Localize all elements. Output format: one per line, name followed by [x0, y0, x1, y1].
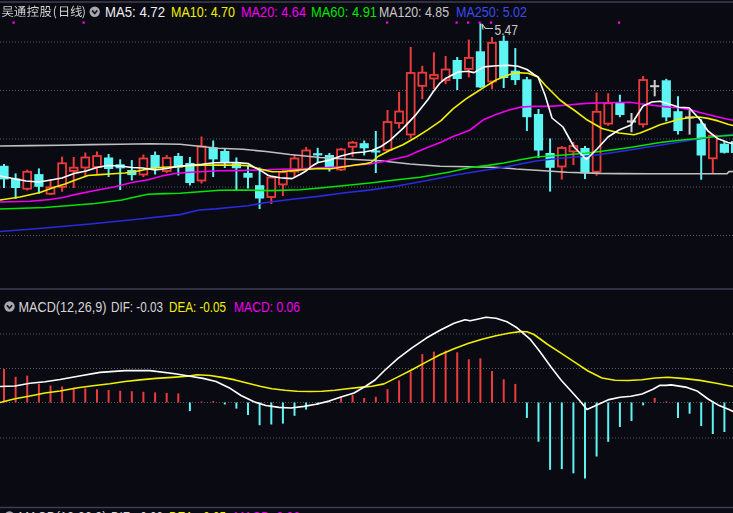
svg-text:DEA: -0.05: DEA: -0.05 [169, 298, 226, 315]
svg-text:MACD(12,26,9): MACD(12,26,9) [19, 298, 107, 315]
svg-text:DIF: -0.03: DIF: -0.03 [111, 508, 163, 513]
svg-text:MA5: 4.72: MA5: 4.72 [105, 3, 165, 20]
svg-text:MA120: 4.85: MA120: 4.85 [379, 3, 449, 20]
svg-text:MACD(12,26,9): MACD(12,26,9) [19, 508, 107, 513]
svg-text:5.47: 5.47 [495, 22, 519, 38]
svg-text:DIF: -0.03: DIF: -0.03 [111, 298, 163, 315]
svg-text:MA20: 4.64: MA20: 4.64 [241, 3, 306, 20]
svg-text:MA10: 4.70: MA10: 4.70 [171, 3, 235, 20]
svg-text:MA250: 5.02: MA250: 5.02 [456, 3, 527, 20]
svg-text:MACD: 0.06: MACD: 0.06 [234, 508, 300, 513]
svg-text:DEA: -0.05: DEA: -0.05 [169, 508, 226, 513]
svg-text:MA60: 4.91: MA60: 4.91 [311, 3, 377, 20]
svg-text:MACD: 0.06: MACD: 0.06 [234, 298, 300, 315]
